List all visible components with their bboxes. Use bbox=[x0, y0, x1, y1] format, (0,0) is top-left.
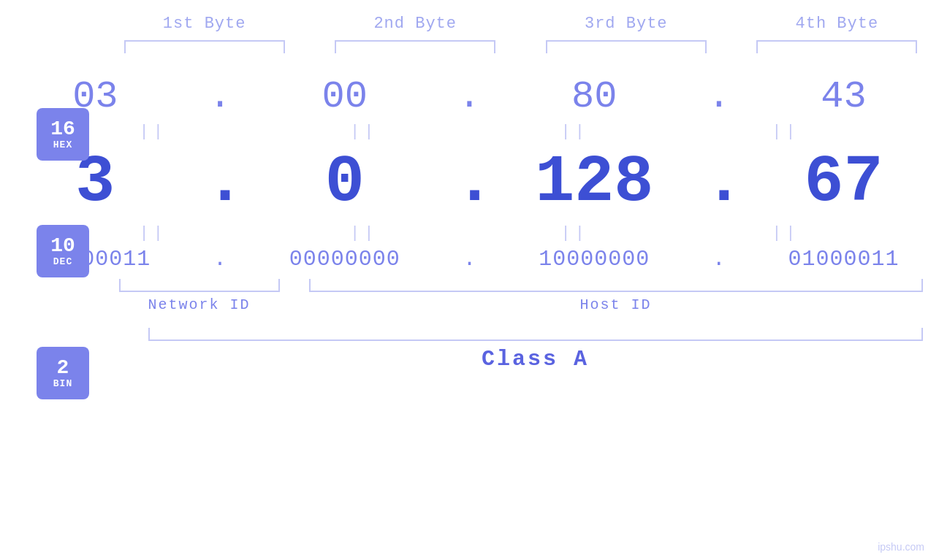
bin-row: 00000011 . 00000000 . 10000000 . 0100001… bbox=[0, 247, 939, 272]
equals-row-1: || || || || bbox=[68, 123, 872, 141]
main-container: 16 HEX 10 DEC 2 BIN 1st Byte 2nd Byte 3r… bbox=[0, 0, 939, 560]
class-section: Class A bbox=[148, 328, 923, 372]
bin-dot-2: . bbox=[455, 247, 484, 272]
col-header-3: 3rd Byte bbox=[546, 15, 707, 33]
class-label: Class A bbox=[148, 347, 923, 372]
dot-spacer-2 bbox=[280, 296, 309, 313]
eq-2-4: || bbox=[705, 224, 866, 242]
bracket-3 bbox=[546, 40, 707, 53]
dec-byte-3: 128 bbox=[514, 145, 674, 220]
bin-byte-3: 10000000 bbox=[514, 247, 674, 272]
dot-spacer-1 bbox=[280, 279, 309, 292]
host-id-label: Host ID bbox=[309, 296, 923, 313]
hex-dot-2: . bbox=[455, 75, 484, 118]
col-header-4: 4th Byte bbox=[756, 15, 917, 33]
hex-dot-1: . bbox=[205, 75, 235, 118]
id-labels: Network ID Host ID bbox=[119, 296, 923, 313]
dec-badge-label: DEC bbox=[53, 256, 72, 267]
bin-byte-2: 00000000 bbox=[265, 247, 425, 272]
dec-byte-4: 67 bbox=[764, 145, 924, 220]
hex-byte-2: 00 bbox=[265, 75, 425, 118]
bottom-brackets bbox=[119, 279, 923, 292]
eq-2-3: || bbox=[495, 224, 655, 242]
dec-badge: 10 DEC bbox=[37, 225, 89, 277]
hex-byte-4: 43 bbox=[764, 75, 924, 118]
bin-badge-label: BIN bbox=[53, 378, 72, 389]
hex-dot-3: . bbox=[704, 75, 734, 118]
eq-1-4: || bbox=[705, 123, 866, 141]
network-bracket bbox=[119, 279, 280, 292]
bracket-2 bbox=[335, 40, 495, 53]
bin-byte-4: 01000011 bbox=[764, 247, 924, 272]
dec-dot-1: . bbox=[205, 145, 235, 220]
watermark: ipshu.com bbox=[878, 541, 924, 553]
dec-dot-3: . bbox=[704, 145, 734, 220]
eq-1-1: || bbox=[73, 123, 234, 141]
hex-byte-3: 80 bbox=[514, 75, 674, 118]
column-headers: 1st Byte 2nd Byte 3rd Byte 4th Byte bbox=[119, 15, 923, 33]
network-id-label: Network ID bbox=[119, 296, 280, 313]
bin-dot-1: . bbox=[205, 247, 235, 272]
eq-2-1: || bbox=[73, 224, 234, 242]
bin-badge: 2 BIN bbox=[37, 347, 89, 399]
eq-1-2: || bbox=[284, 123, 444, 141]
bracket-1 bbox=[124, 40, 285, 53]
dec-dot-2: . bbox=[455, 145, 484, 220]
bracket-4 bbox=[756, 40, 917, 53]
hex-badge: 16 HEX bbox=[37, 108, 89, 161]
col-header-1: 1st Byte bbox=[124, 15, 285, 33]
eq-2-2: || bbox=[284, 224, 444, 242]
col-header-2: 2nd Byte bbox=[335, 15, 495, 33]
bin-dot-3: . bbox=[704, 247, 734, 272]
top-brackets bbox=[119, 40, 923, 53]
dec-row: 3 . 0 . 128 . 67 bbox=[0, 145, 939, 220]
eq-1-3: || bbox=[495, 123, 655, 141]
hex-row: 03 . 00 . 80 . 43 bbox=[0, 75, 939, 118]
host-bracket bbox=[309, 279, 923, 292]
equals-row-2: || || || || bbox=[68, 224, 872, 242]
hex-badge-number: 16 bbox=[50, 119, 75, 139]
bin-badge-number: 2 bbox=[57, 358, 69, 378]
hex-badge-label: HEX bbox=[53, 139, 72, 150]
dec-badge-number: 10 bbox=[50, 236, 75, 256]
class-bracket bbox=[148, 328, 923, 341]
dec-byte-2: 0 bbox=[265, 145, 425, 220]
